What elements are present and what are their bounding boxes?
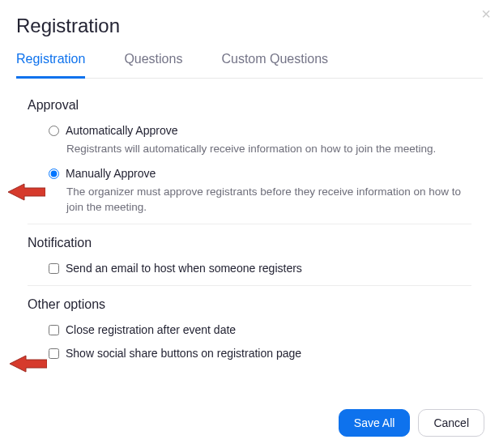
other-close-registration-checkbox[interactable]	[49, 325, 59, 335]
divider	[28, 224, 471, 224]
other-close-registration-row[interactable]: Close registration after event date	[28, 322, 471, 339]
other-social-share-text: Show social share buttons on registratio…	[66, 345, 301, 362]
annotation-arrow-icon	[10, 354, 47, 373]
approval-manual-text: Manually Approve	[66, 165, 156, 182]
dialog-footer: Save All Cancel	[339, 409, 484, 437]
svg-marker-1	[10, 356, 47, 372]
other-social-share-row[interactable]: Show social share buttons on registratio…	[28, 345, 471, 362]
approval-auto-radio[interactable]	[49, 126, 59, 136]
annotation-arrow-icon	[8, 182, 45, 202]
approval-section-title: Approval	[28, 98, 471, 113]
cancel-button[interactable]: Cancel	[418, 409, 484, 437]
dialog-content: Approval Automatically Approve Registran…	[16, 98, 483, 362]
close-icon[interactable]: ×	[481, 5, 491, 23]
other-section-title: Other options	[28, 297, 471, 312]
tab-registration[interactable]: Registration	[16, 52, 85, 79]
other-social-share-checkbox[interactable]	[49, 348, 59, 359]
dialog-title: Registration	[16, 15, 483, 37]
approval-auto-desc: Registrants will automatically receive i…	[66, 141, 471, 157]
notification-email-row[interactable]: Send an email to host when someone regis…	[28, 260, 471, 277]
notification-email-text: Send an email to host when someone regis…	[66, 260, 302, 277]
approval-auto-text: Automatically Approve	[66, 122, 178, 139]
other-close-registration-text: Close registration after event date	[66, 322, 236, 339]
approval-manual-radio[interactable]	[49, 169, 59, 179]
save-button[interactable]: Save All	[339, 409, 411, 437]
tabs: Registration Questions Custom Questions	[16, 52, 483, 79]
approval-option-manual: Manually Approve The organizer must appr…	[28, 165, 471, 215]
approval-auto-label[interactable]: Automatically Approve	[49, 122, 471, 139]
svg-marker-0	[8, 184, 45, 200]
tab-custom-questions[interactable]: Custom Questions	[221, 52, 328, 79]
registration-dialog: × Registration Registration Questions Cu…	[0, 0, 499, 362]
divider	[28, 285, 471, 286]
tab-questions[interactable]: Questions	[124, 52, 182, 79]
notification-section-title: Notification	[28, 236, 471, 250]
approval-option-auto: Automatically Approve Registrants will a…	[28, 122, 471, 157]
approval-manual-label[interactable]: Manually Approve	[49, 165, 471, 182]
approval-manual-desc: The organizer must approve registrants b…	[66, 184, 471, 215]
notification-email-checkbox[interactable]	[49, 263, 59, 274]
